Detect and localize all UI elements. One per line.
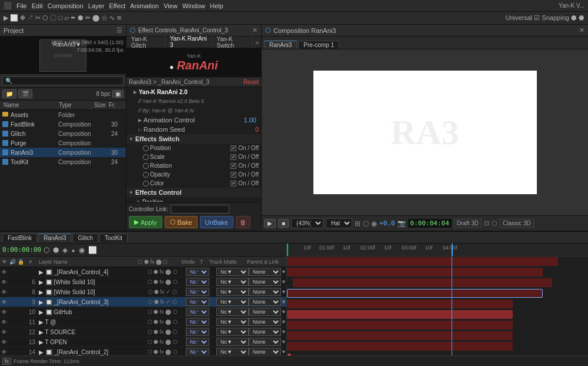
track-bar-row[interactable]	[287, 257, 588, 267]
track-bar-row[interactable]	[287, 278, 588, 288]
ec-switch-position[interactable]: Position On / Off	[126, 144, 261, 152]
tl-toolbar-icon2[interactable]: ⬢	[52, 246, 60, 254]
track-select[interactable]: Nc▼	[216, 288, 249, 296]
comp-tab-precomp1[interactable]: Pre-comp 1	[298, 41, 339, 49]
mode-select[interactable]: Nc▼	[186, 298, 209, 306]
mode-select[interactable]: Nc▼	[186, 338, 209, 346]
ec-random-seed-row[interactable]: ▷ Random Seed 0	[126, 125, 261, 134]
mode-select[interactable]: Nc▼	[186, 328, 209, 336]
apply-button[interactable]: ▶ Apply	[129, 216, 162, 228]
comp-play-btn[interactable]: ▶	[264, 219, 276, 228]
tab-yank-glitch[interactable]: Yan-K Glitch	[126, 35, 165, 50]
tl-toolbar-icon3[interactable]: ◈	[61, 246, 69, 254]
parent-select[interactable]: None	[249, 328, 281, 336]
new-comp-btn[interactable]: 🎬	[18, 89, 32, 98]
controller-link-input[interactable]: 1	[171, 205, 229, 214]
vis-toggle[interactable]: 👁	[0, 299, 8, 305]
comp-grid-icon[interactable]: ⊞	[355, 219, 360, 228]
track-bar-row-selected[interactable]	[287, 288, 588, 298]
mode-select[interactable]: Nc▼	[186, 348, 209, 355]
track-bar-row[interactable]	[287, 299, 588, 309]
tl-layer-row[interactable]: 👁 11 ▶ T @ ⬡ ⬢ fx ⬤ ⬡ Nc▼ Nc▼ None ▼	[0, 317, 286, 327]
track-select[interactable]: Nc▼	[216, 278, 249, 286]
track-select[interactable]: Nc▼	[216, 338, 249, 346]
tl-tab-ranani3[interactable]: RanAni3	[38, 234, 71, 242]
track-select[interactable]: Nc▼	[216, 308, 249, 316]
unbake-button[interactable]: UnBake	[200, 216, 233, 228]
fx-panel-close[interactable]: ✕	[252, 26, 258, 34]
vis-toggle[interactable]: 👁	[0, 309, 8, 315]
menu-anim[interactable]: Animation	[130, 2, 159, 9]
mode-select[interactable]: Nc▼	[186, 308, 209, 316]
mode-select[interactable]: Nc▼	[186, 268, 209, 276]
ec-random-seed-value[interactable]: 0	[238, 126, 261, 133]
list-item[interactable]: FastBlink Composition 30	[0, 119, 126, 129]
menu-layer[interactable]: Layer	[88, 2, 105, 9]
parent-select[interactable]: None	[249, 278, 281, 286]
ec-switch-scale-cb[interactable]	[230, 154, 236, 160]
comp-classic-label[interactable]: Classic 3D	[500, 219, 534, 228]
sub-panel-chevron[interactable]: »	[253, 39, 261, 46]
mode-select[interactable]: Nc▼	[186, 278, 209, 286]
track-bar-row[interactable]	[287, 341, 588, 351]
track-select[interactable]: Nc▼	[216, 298, 249, 306]
tl-layer-row[interactable]: 👁 13 ▶ T OPEN ⬡ ⬢ fx ⬤ ⬡ Nc▼ Nc▼ None ▼	[0, 337, 286, 347]
tl-tab-toolkit[interactable]: ToolKit	[99, 234, 128, 242]
ec-switch-rotation[interactable]: Rotation On / Off	[126, 161, 261, 170]
track-bar-row[interactable]	[287, 310, 588, 320]
mode-select[interactable]: Nc▼	[186, 318, 209, 326]
vis-toggle[interactable]: 👁	[0, 279, 8, 285]
parent-select[interactable]: None	[249, 288, 281, 296]
parent-select[interactable]: None	[249, 268, 281, 276]
menu-edit[interactable]: Edit	[32, 2, 43, 9]
vis-toggle[interactable]: 👁	[0, 339, 8, 345]
track-bar-row[interactable]	[287, 320, 588, 330]
ec-switch-pos-cb[interactable]	[230, 145, 236, 151]
track-select[interactable]: Nc▼	[216, 328, 249, 336]
ec-switch-scale[interactable]: Scale On / Off	[126, 152, 261, 161]
tab-yank-ranani3[interactable]: Yan-K RanAni 3	[165, 34, 212, 50]
menu-file[interactable]: File	[16, 2, 27, 9]
parent-select[interactable]: None	[249, 308, 281, 316]
tl-layer-selected-row[interactable]: 👁 9 ▶ 🔲 _[RanAni_Control_3] ⬡ ⬢ fx ✓ ⬡ N…	[0, 297, 286, 307]
tl-layer-row[interactable]: 👁 10 ▶ 🔲 GitHub ⬡ ⬢ fx ⬤ ⬡ Nc▼ Nc▼ None …	[0, 307, 286, 317]
track-bar-row[interactable]	[287, 267, 588, 277]
menu-items[interactable]: ⬛ File Edit Composition Layer Effect Ani…	[4, 2, 223, 9]
comp-quality-select[interactable]: Half	[326, 218, 352, 228]
menu-help[interactable]: Help	[210, 2, 223, 9]
tl-toolbar-icon6[interactable]: ⬜	[87, 246, 98, 254]
tl-toolbar-icon5[interactable]: ◉	[78, 246, 86, 254]
vis-toggle[interactable]: 👁	[0, 269, 8, 275]
comp-timecode[interactable]: 0:00:04:04	[408, 219, 452, 228]
tl-toolbar-icon4[interactable]: ⬥	[70, 246, 76, 254]
ec-animation-control-row[interactable]: ▶ Animation Control 1.00	[126, 115, 261, 125]
tab-yank-switch[interactable]: Yan-K Switch	[212, 35, 253, 50]
vis-toggle[interactable]: 👁	[0, 349, 8, 355]
track-bar-row[interactable]	[287, 331, 588, 341]
tl-toolbar-icon1[interactable]: ⬡	[42, 246, 51, 254]
tl-layer-row[interactable]: 👁 ▶ 🔲 _[RanAni_Control_4] ⬡ ⬢ fx ⬤ ⬡ Nc▼…	[0, 267, 286, 277]
vis-toggle[interactable]: 👁	[0, 289, 8, 295]
comp-render-icon[interactable]: ⬡	[492, 219, 497, 227]
list-item-ranani3[interactable]: RanAni3 Composition 30	[0, 148, 126, 157]
timeline-ruler[interactable]: 10f 01:00f 10f 02:00f 10f 03:00f 10f 04:…	[287, 244, 588, 257]
comp-zoom-select[interactable]: (43%)	[291, 218, 323, 228]
new-folder-btn[interactable]: 📁	[2, 89, 16, 98]
ec-position-subsection[interactable]: ▼ Position	[126, 197, 261, 202]
parent-select[interactable]: None	[249, 348, 281, 355]
menu-comp[interactable]: Composition	[48, 2, 83, 9]
comp-draft-label[interactable]: Draft 3D	[454, 219, 482, 228]
vis-toggle[interactable]: 👁	[0, 329, 8, 335]
ec-switch-color-cb[interactable]	[230, 181, 236, 187]
mode-select[interactable]: Nc▼	[186, 288, 209, 296]
list-item[interactable]: Purge Composition	[0, 138, 126, 148]
parent-select[interactable]: None	[249, 338, 281, 346]
tl-layer-row[interactable]: 👁 12 ▶ T SOURCE ⬡ ⬢ fx ⬤ ⬡ Nc▼ Nc▼ None …	[0, 327, 286, 337]
track-select[interactable]: Nc▼	[216, 318, 249, 326]
ec-switch-opacity-cb[interactable]	[230, 172, 236, 178]
track-select[interactable]: Nc▼	[216, 348, 249, 355]
tl-timecode[interactable]: 0:00:00:00	[2, 246, 41, 254]
ec-reset-btn[interactable]: Reset	[243, 79, 259, 85]
parent-select[interactable]: None	[249, 318, 281, 326]
tl-layer-row[interactable]: 👁 8 ▶ 🔲 [White Solid 10] ⬡ ⬢ fx ✓ ⬡ Nc▼ …	[0, 287, 286, 297]
